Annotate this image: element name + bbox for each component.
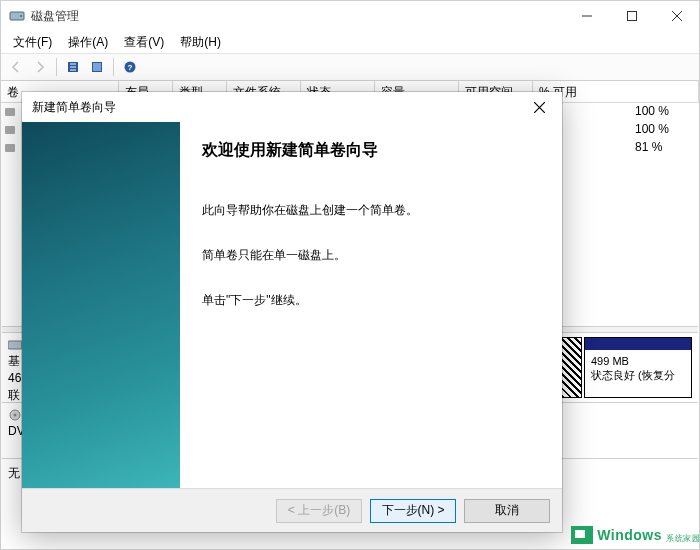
wizard-back-button[interactable]: < 上一步(B) bbox=[276, 499, 362, 523]
close-button[interactable] bbox=[654, 1, 699, 31]
wizard-cancel-button[interactable]: 取消 bbox=[464, 499, 550, 523]
volume-icon bbox=[1, 139, 17, 157]
svg-rect-8 bbox=[8, 341, 22, 349]
svg-text:?: ? bbox=[128, 63, 133, 72]
svg-point-10 bbox=[14, 414, 17, 417]
watermark: Windows 系统家园 bbox=[571, 526, 700, 544]
app-icon bbox=[9, 9, 25, 23]
watermark-sub: 系统家园 bbox=[666, 533, 700, 544]
minimize-button[interactable] bbox=[564, 1, 609, 31]
watermark-logo-icon bbox=[571, 526, 593, 544]
menubar: 文件(F) 操作(A) 查看(V) 帮助(H) bbox=[1, 31, 699, 53]
cell-pct: 100 % bbox=[629, 103, 699, 121]
partition-info: 499 MB 状态良好 (恢复分 bbox=[585, 350, 691, 397]
wizard-close-button[interactable] bbox=[522, 95, 556, 119]
properties-button[interactable] bbox=[86, 56, 108, 78]
wizard-footer: < 上一步(B) 下一步(N) > 取消 bbox=[22, 488, 562, 532]
refresh-button[interactable] bbox=[62, 56, 84, 78]
wizard-content: 欢迎使用新建简单卷向导 此向导帮助你在磁盘上创建一个简单卷。 简单卷只能在单一磁… bbox=[180, 122, 562, 488]
optical-icon bbox=[8, 409, 22, 421]
disk-icon bbox=[8, 339, 22, 351]
volume-icon bbox=[1, 121, 17, 139]
partition-header-bar bbox=[585, 338, 691, 350]
help-button[interactable]: ? bbox=[119, 56, 141, 78]
wizard-heading: 欢迎使用新建简单卷向导 bbox=[202, 140, 540, 161]
wizard-next-button[interactable]: 下一步(N) > bbox=[370, 499, 456, 523]
wizard-paragraph: 单击"下一步"继续。 bbox=[202, 291, 540, 310]
wizard-paragraph: 简单卷只能在单一磁盘上。 bbox=[202, 246, 540, 265]
wizard-title: 新建简单卷向导 bbox=[32, 99, 522, 116]
menu-file[interactable]: 文件(F) bbox=[7, 32, 58, 53]
watermark-brand: Windows bbox=[597, 527, 662, 543]
back-button[interactable] bbox=[5, 56, 27, 78]
wizard-titlebar[interactable]: 新建简单卷向导 bbox=[22, 92, 562, 122]
titlebar: 磁盘管理 bbox=[1, 1, 699, 31]
wizard-paragraph: 此向导帮助你在磁盘上创建一个简单卷。 bbox=[202, 201, 540, 220]
cell-pct: 100 % bbox=[629, 121, 699, 139]
svg-rect-2 bbox=[627, 12, 636, 21]
maximize-button[interactable] bbox=[609, 1, 654, 31]
toolbar-separator bbox=[56, 58, 57, 76]
partition-size: 499 MB bbox=[591, 354, 685, 368]
window-controls bbox=[564, 1, 699, 31]
menu-view[interactable]: 查看(V) bbox=[118, 32, 170, 53]
wizard-side-graphic bbox=[22, 122, 180, 488]
svg-rect-5 bbox=[93, 63, 101, 71]
cell-pct: 81 % bbox=[629, 139, 699, 157]
forward-button[interactable] bbox=[29, 56, 51, 78]
volume-icon bbox=[1, 103, 17, 121]
window-title: 磁盘管理 bbox=[31, 8, 564, 25]
svg-point-1 bbox=[20, 15, 22, 17]
partition-box[interactable]: 499 MB 状态良好 (恢复分 bbox=[584, 337, 692, 398]
toolbar-separator bbox=[113, 58, 114, 76]
new-simple-volume-wizard: 新建简单卷向导 欢迎使用新建简单卷向导 此向导帮助你在磁盘上创建一个简单卷。 简… bbox=[22, 92, 562, 532]
toolbar: ? bbox=[1, 53, 699, 81]
partition-status: 状态良好 (恢复分 bbox=[591, 368, 685, 382]
menu-help[interactable]: 帮助(H) bbox=[174, 32, 227, 53]
menu-actions[interactable]: 操作(A) bbox=[62, 32, 114, 53]
wizard-body: 欢迎使用新建简单卷向导 此向导帮助你在磁盘上创建一个简单卷。 简单卷只能在单一磁… bbox=[22, 122, 562, 488]
